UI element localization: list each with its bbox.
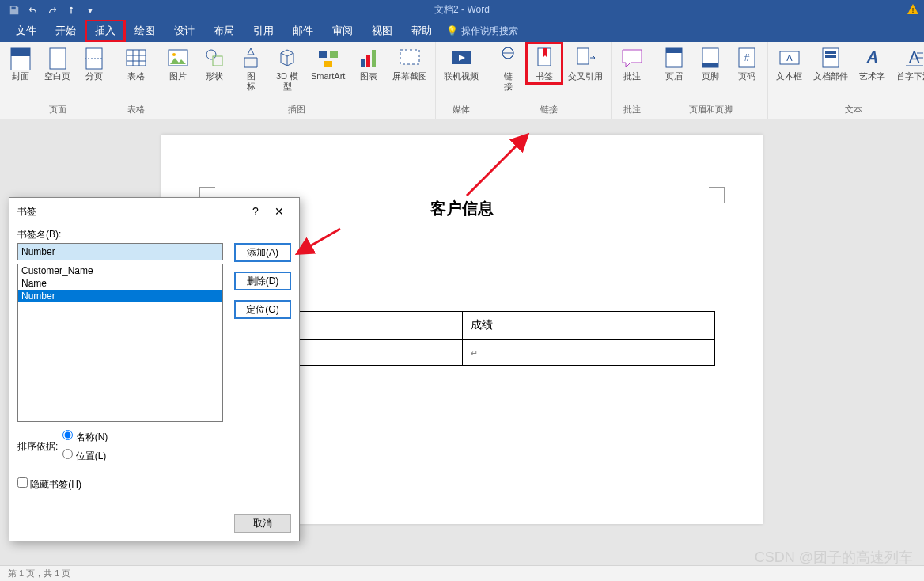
ribbon-smartart-button[interactable]: SmartArt [306,44,350,83]
table-cell[interactable]: ↵ [462,340,715,366]
tab-文件[interactable]: 文件 [6,20,46,42]
ribbon-link-button[interactable]: 链 接 [490,44,525,93]
ribbon-label: 分页 [85,71,103,82]
ribbon-dropcap-button[interactable]: A首字下沉 [892,44,924,83]
ribbon-shapes-button[interactable]: 形状 [197,44,232,83]
ribbon-break-button[interactable]: 分页 [77,44,112,83]
bookmark-list[interactable]: Customer_NameNameNumber [17,264,223,422]
ribbon-label: 文本框 [776,71,802,82]
svg-rect-30 [666,48,682,53]
delete-button[interactable]: 删除(D) [234,272,291,290]
ribbon-group-链接: 链 接书签交叉引用链接 [487,42,612,119]
help-icon[interactable]: ? [244,205,267,218]
ribbon-pagenum-button[interactable]: #页码 [729,44,764,83]
cancel-button[interactable]: 取消 [234,514,291,533]
goto-button[interactable]: 定位(G) [234,300,291,319]
ribbon-label: 封面 [12,71,29,82]
3d-icon [275,45,300,70]
tab-引用[interactable]: 引用 [244,20,283,42]
textbox-icon: A [777,45,802,70]
tab-邮件[interactable]: 邮件 [283,20,323,42]
dialog-titlebar: 书签 ? ✕ [9,198,299,225]
ribbon-table-button[interactable]: 表格 [119,44,153,83]
ribbon-blank-button[interactable]: 空白页 [40,44,75,83]
table-icon [123,45,149,70]
save-icon[interactable] [8,4,21,17]
warning-icon[interactable]: ! [907,3,919,18]
ribbon-comment-button[interactable]: 批注 [615,44,649,83]
qat-dropdown-icon[interactable]: ▾ [84,4,97,17]
ribbon-cover-button[interactable]: 封面 [3,44,38,83]
svg-rect-21 [366,55,370,67]
bookmark-name-input[interactable] [17,243,223,260]
svg-text:#: # [744,52,750,63]
tell-me-search[interactable]: 💡操作说明搜索 [441,20,518,42]
shapes-icon [202,45,227,70]
ribbon-label: 首字下沉 [896,71,924,82]
ribbon-header-button[interactable]: 页眉 [657,44,691,83]
ribbon-label: 图片 [169,71,187,82]
svg-rect-32 [702,63,718,67]
tab-视图[interactable]: 视图 [362,20,402,42]
ribbon-group-页面: 封面空白页分页页面 [0,42,116,119]
svg-rect-23 [400,50,419,64]
sort-location-radio[interactable]: 位置(L) [62,449,108,463]
ribbon-bookmark-button[interactable]: 书签 [527,44,562,83]
svg-text:!: ! [912,6,915,14]
sort-by-row: 排序依据: 名称(N) 位置(L) [17,430,291,463]
ribbon-group-title: 页面 [49,104,66,117]
screenshot-icon [397,45,422,70]
touch-mode-icon[interactable] [65,4,78,17]
tab-审阅[interactable]: 审阅 [323,20,362,42]
tab-帮助[interactable]: 帮助 [402,20,441,42]
ribbon-group-title: 批注 [623,104,641,117]
bookmark-dialog: 书签 ? ✕ 书签名(B): Customer_NameNameNumber 添… [9,197,300,541]
sort-name-radio[interactable]: 名称(N) [62,430,108,444]
tab-设计[interactable]: 设计 [165,20,204,42]
ribbon-footer-button[interactable]: 页脚 [693,44,728,83]
svg-rect-17 [319,51,327,58]
comment-icon [619,45,645,70]
hidden-bookmarks-checkbox[interactable] [17,477,28,488]
tab-绘图[interactable]: 绘图 [125,20,165,42]
ribbon-label: 图表 [360,71,377,82]
ribbon-wordart-button[interactable]: A艺术字 [854,44,890,83]
ribbon-group-title: 表格 [127,104,145,117]
ribbon-picture-button[interactable]: 图片 [161,44,195,83]
svg-rect-18 [330,51,338,58]
bookmark-list-item[interactable]: Number [18,290,222,302]
ribbon-3d-button[interactable]: 3D 模 型 [270,44,305,93]
svg-text:A: A [786,53,793,63]
undo-icon[interactable] [27,4,40,17]
svg-rect-8 [127,50,146,66]
dialog-title: 书签 [17,205,244,218]
ribbon-textbox-button[interactable]: A文本框 [771,44,807,83]
tab-开始[interactable]: 开始 [46,20,85,42]
svg-rect-28 [578,48,589,64]
tab-布局[interactable]: 布局 [204,20,244,42]
ribbon-crossref-button[interactable]: 交叉引用 [563,44,608,83]
ribbon-label: SmartArt [311,71,345,82]
watermark: CSDN @团子的高速列车 [755,548,913,567]
table-cell[interactable]: 成绩 [462,312,715,340]
add-button[interactable]: 添加(A) [234,243,291,262]
bookmark-list-item[interactable]: Customer_Name [18,264,222,277]
ribbon-group-title: 页眉和页脚 [689,104,733,117]
margin-corner [709,187,725,203]
sort-by-label: 排序依据: [17,440,58,454]
bookmark-list-item[interactable]: Name [18,277,222,290]
hidden-bookmarks-row[interactable]: 隐藏书签(H) [17,477,291,492]
dialog-body: 书签名(B): Customer_NameNameNumber 添加(A) 删除… [9,225,299,499]
ribbon-label: 艺术字 [859,71,885,82]
ribbon-screenshot-button[interactable]: 屏幕截图 [388,44,432,83]
ribbon-video-button[interactable]: 联机视频 [439,44,483,83]
quickparts-icon [818,45,843,70]
tab-插入[interactable]: 插入 [85,20,125,42]
ribbon-chart-button[interactable]: 图表 [351,44,386,83]
close-icon[interactable]: ✕ [267,205,291,218]
ribbon-icons-button[interactable]: 图 标 [233,44,268,93]
ribbon-quickparts-button[interactable]: 文档部件 [808,44,853,83]
redo-icon[interactable] [46,4,59,17]
ribbon-label: 页脚 [702,71,719,82]
lightbulb-icon: 💡 [446,25,458,36]
